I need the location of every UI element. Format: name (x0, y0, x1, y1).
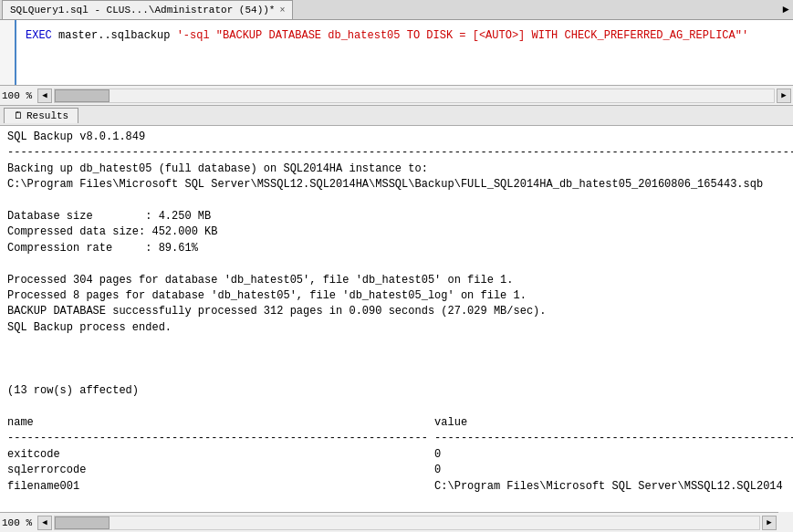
bottom-scroll-right-btn[interactable]: ▶ (762, 516, 777, 530)
result-line: sqlerrorcode 0 (7, 463, 786, 478)
line-gutter (0, 20, 16, 85)
results-wrapper: ▲ ▼ SQL Backup v8.0.1.849---------------… (0, 126, 793, 532)
result-line: Compression rate : 89.61% (7, 241, 786, 256)
result-line: Backing up db_hatest05 (full database) o… (7, 162, 786, 177)
result-line: ----------------------------------------… (7, 145, 786, 161)
results-content: SQL Backup v8.0.1.849-------------------… (0, 126, 793, 512)
result-line (7, 336, 786, 351)
result-line: (13 row(s) affected) (7, 383, 786, 399)
bottom-zoom-level: 100 % (2, 517, 32, 528)
results-tab-icon: 🗒 (14, 110, 23, 121)
editor-scroll-bar: 100 % ◀ ▶ (0, 86, 793, 106)
result-line: ----------------------------------------… (7, 431, 786, 446)
result-line: exitcode 0 (7, 447, 786, 463)
scroll-thumb (55, 89, 110, 102)
result-line: BACKUP DATABASE successfully processed 3… (7, 304, 786, 319)
result-line (7, 495, 786, 510)
result-line (7, 400, 786, 415)
bottom-scroll-left-btn[interactable]: ◀ (37, 516, 52, 530)
main-container: ▲ ▼ SQL Backup v8.0.1.849---------------… (0, 126, 793, 532)
result-line: Processed 8 pages for database 'db_hates… (7, 288, 786, 304)
result-line: Database size : 4.250 MB (7, 209, 786, 224)
result-line: C:\Program Files\Microsoft SQL Server\MS… (7, 177, 786, 193)
code-editor[interactable]: EXEC master..sqlbackup '-sql "BACKUP DAT… (16, 20, 793, 85)
tab-label: SQLQuery1.sql - CLUS...\Administrator (5… (10, 5, 275, 16)
result-line: SQL Backup v8.0.1.849 (7, 130, 786, 145)
bottom-scroll-thumb (55, 516, 110, 529)
query-tab[interactable]: SQLQuery1.sql - CLUS...\Administrator (5… (2, 0, 293, 19)
results-text: SQL Backup v8.0.1.849-------------------… (0, 126, 793, 512)
result-line (7, 193, 786, 209)
result-line: Compressed data size: 452.000 KB (7, 224, 786, 240)
bottom-scroll-track[interactable] (54, 516, 760, 530)
result-line: name value (7, 415, 786, 431)
editor-area: EXEC master..sqlbackup '-sql "BACKUP DAT… (0, 20, 793, 86)
scroll-track[interactable] (54, 89, 775, 103)
scroll-right-btn[interactable]: ▶ (777, 89, 791, 103)
results-tab-label: Results (26, 110, 68, 121)
tab-scroll-right[interactable]: ► (778, 0, 793, 20)
result-line (7, 351, 786, 367)
tab-bar: SQLQuery1.sql - CLUS...\Administrator (5… (0, 0, 793, 20)
result-line (7, 368, 786, 383)
bottom-scroll-bar: 100 % ◀ ▶ (0, 512, 778, 532)
result-line: SQL Backup process ended. (7, 320, 786, 336)
result-line: filename001 C:\Program Files\Microsoft S… (7, 479, 786, 495)
scroll-left-btn[interactable]: ◀ (37, 89, 52, 103)
result-line: Processed 304 pages for database 'db_hat… (7, 273, 786, 288)
close-icon[interactable]: × (279, 5, 285, 16)
results-tab[interactable]: 🗒 Results (4, 108, 78, 123)
results-tabs-bar: 🗒 Results (0, 106, 793, 126)
result-line (7, 256, 786, 272)
zoom-level: 100 % (2, 90, 32, 101)
